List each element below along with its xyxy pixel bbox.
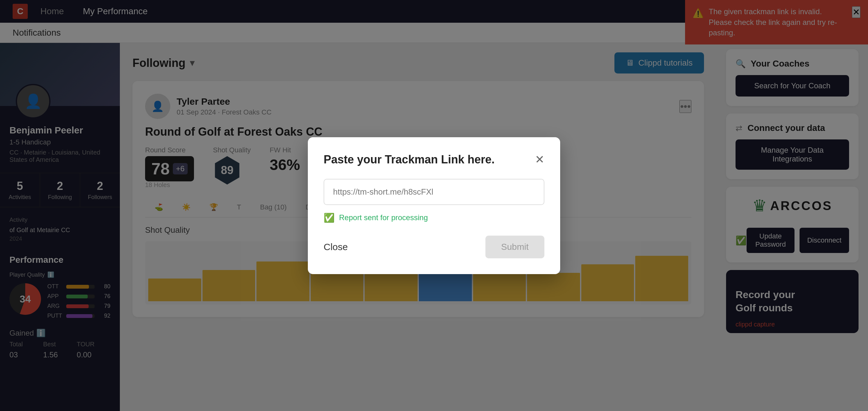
modal-actions: Close Submit	[323, 235, 545, 258]
modal-close-button[interactable]: Close	[323, 242, 348, 252]
modal-overlay: Paste your Trackman Link here. ✕ ✅ Repor…	[0, 0, 868, 411]
modal-header: Paste your Trackman Link here. ✕	[323, 153, 545, 166]
modal-submit-button[interactable]: Submit	[486, 235, 545, 258]
modal-close-icon-button[interactable]: ✕	[535, 153, 545, 166]
trackman-link-input[interactable]	[323, 179, 545, 205]
trackman-modal: Paste your Trackman Link here. ✕ ✅ Repor…	[308, 137, 560, 274]
success-text: Report sent for processing	[339, 213, 428, 222]
modal-title: Paste your Trackman Link here.	[323, 153, 495, 166]
modal-success-message: ✅ Report sent for processing	[323, 213, 545, 223]
success-icon: ✅	[323, 213, 335, 223]
